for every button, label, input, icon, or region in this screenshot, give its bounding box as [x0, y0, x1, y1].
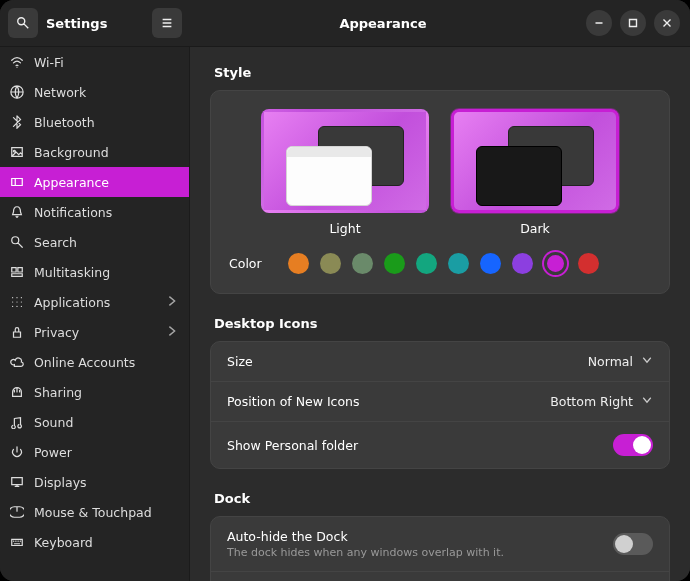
color-swatch-6[interactable] [480, 253, 501, 274]
window-icon [12, 268, 23, 277]
sidebar-item-keyboard[interactable]: Keyboard [0, 527, 189, 557]
row-label: Position of New Icons [227, 394, 550, 409]
sidebar-item-label: Displays [34, 475, 87, 490]
toggle-autohide[interactable] [613, 533, 653, 555]
row-value: Bottom Right [550, 394, 633, 409]
sidebar-item-power[interactable]: Power [0, 437, 189, 467]
search-icon [12, 237, 23, 248]
music-icon [12, 418, 22, 429]
sidebar-item-privacy[interactable]: Privacy [0, 317, 189, 347]
style-option-light[interactable]: Light [261, 109, 429, 236]
cloud-icon [11, 358, 23, 366]
dock-row-panel: Panel modeThe dock extends to the screen… [211, 572, 669, 581]
style-preview-dark [451, 109, 619, 213]
sidebar-item-label: Appearance [34, 175, 109, 190]
color-swatch-4[interactable] [416, 253, 437, 274]
chevron-down-icon [643, 398, 651, 403]
sidebar-item-displays[interactable]: Displays [0, 467, 189, 497]
sidebar-item-label: Bluetooth [34, 115, 95, 130]
row-label: Size [227, 354, 588, 369]
style-option-dark[interactable]: Dark [451, 109, 619, 236]
maximize-button[interactable] [620, 10, 646, 36]
section-title-dock: Dock [214, 491, 670, 506]
color-swatch-5[interactable] [448, 253, 469, 274]
page-title: Appearance [190, 16, 576, 31]
sidebar-item-label: Keyboard [34, 535, 93, 550]
dock-row-autohide: Auto-hide the DockThe dock hides when an… [211, 517, 669, 572]
titlebar: Settings Appearance [0, 0, 690, 47]
desktop-row-position[interactable]: Position of New IconsBottom Right [211, 382, 669, 422]
content-area: Style LightDark Color Desktop Icons Size… [190, 47, 690, 581]
color-swatch-9[interactable] [578, 253, 599, 274]
keyboard-icon [12, 539, 23, 545]
sidebar-item-sharing[interactable]: Sharing [0, 377, 189, 407]
desktop-row-size[interactable]: SizeNormal [211, 342, 669, 382]
dock-panel: Auto-hide the DockThe dock hides when an… [210, 516, 670, 581]
sidebar-item-online-accounts[interactable]: Online Accounts [0, 347, 189, 377]
sidebar-item-label: Privacy [34, 325, 79, 340]
sidebar-item-mouse[interactable]: Mouse & Touchpad [0, 497, 189, 527]
sidebar-item-network[interactable]: Network [0, 77, 189, 107]
mouse-icon [10, 507, 24, 518]
section-title-desktop-icons: Desktop Icons [214, 316, 670, 331]
settings-window: Settings Appearance Wi-FiNetworkBluetoot… [0, 0, 690, 581]
sidebar-item-search[interactable]: Search [0, 227, 189, 257]
row-label: Show Personal folder [227, 438, 613, 453]
sidebar-item-multitasking[interactable]: Multitasking [0, 257, 189, 287]
apps-icon [13, 298, 22, 307]
sidebar-item-label: Notifications [34, 205, 112, 220]
sidebar-item-label: Multitasking [34, 265, 110, 280]
image-icon [12, 148, 23, 157]
sidebar-item-appearance[interactable]: Appearance [0, 167, 189, 197]
desktop-row-personal: Show Personal folder [211, 422, 669, 468]
display-icon [12, 478, 23, 487]
search-icon [18, 18, 29, 29]
sidebar-item-label: Wi-Fi [34, 55, 64, 70]
app-title: Settings [46, 16, 144, 31]
chevron-right-icon [169, 296, 174, 305]
bluetooth-icon [14, 116, 21, 128]
color-swatch-0[interactable] [288, 253, 309, 274]
sidebar-item-wifi[interactable]: Wi-Fi [0, 47, 189, 77]
color-label: Color [229, 256, 271, 271]
color-swatch-3[interactable] [384, 253, 405, 274]
style-preview-light [261, 109, 429, 213]
color-swatch-7[interactable] [512, 253, 533, 274]
sidebar-item-label: Sharing [34, 385, 82, 400]
power-icon [13, 447, 22, 457]
wifi-icon [12, 58, 23, 68]
sidebar-item-label: Online Accounts [34, 355, 135, 370]
color-swatch-8[interactable] [544, 252, 567, 275]
sidebar-item-background[interactable]: Background [0, 137, 189, 167]
appearance-icon [12, 179, 23, 186]
color-swatch-1[interactable] [320, 253, 341, 274]
sidebar-item-label: Power [34, 445, 72, 460]
toggle-personal[interactable] [613, 434, 653, 456]
style-label: Dark [520, 221, 550, 236]
sidebar-item-notifications[interactable]: Notifications [0, 197, 189, 227]
hamburger-button[interactable] [152, 8, 182, 38]
section-title-style: Style [214, 65, 670, 80]
sidebar-item-applications[interactable]: Applications [0, 287, 189, 317]
sidebar-item-label: Network [34, 85, 86, 100]
style-label: Light [329, 221, 360, 236]
sidebar-item-label: Background [34, 145, 109, 160]
style-panel: LightDark Color [210, 90, 670, 294]
sidebar-item-bluetooth[interactable]: Bluetooth [0, 107, 189, 137]
globe-icon [11, 86, 23, 98]
search-button[interactable] [8, 8, 38, 38]
color-swatch-2[interactable] [352, 253, 373, 274]
row-label: Auto-hide the Dock [227, 529, 613, 544]
maximize-icon [630, 20, 637, 27]
menu-icon [163, 20, 172, 27]
close-button[interactable] [654, 10, 680, 36]
minimize-button[interactable] [586, 10, 612, 36]
sidebar-item-sound[interactable]: Sound [0, 407, 189, 437]
desktop-icons-panel: SizeNormalPosition of New IconsBottom Ri… [210, 341, 670, 469]
row-sublabel: The dock hides when any windows overlap … [227, 546, 613, 559]
lock-icon [14, 328, 21, 338]
sidebar-item-label: Applications [34, 295, 110, 310]
close-icon [664, 20, 671, 27]
sidebar-item-label: Mouse & Touchpad [34, 505, 152, 520]
sidebar: Wi-FiNetworkBluetoothBackgroundAppearanc… [0, 47, 190, 581]
